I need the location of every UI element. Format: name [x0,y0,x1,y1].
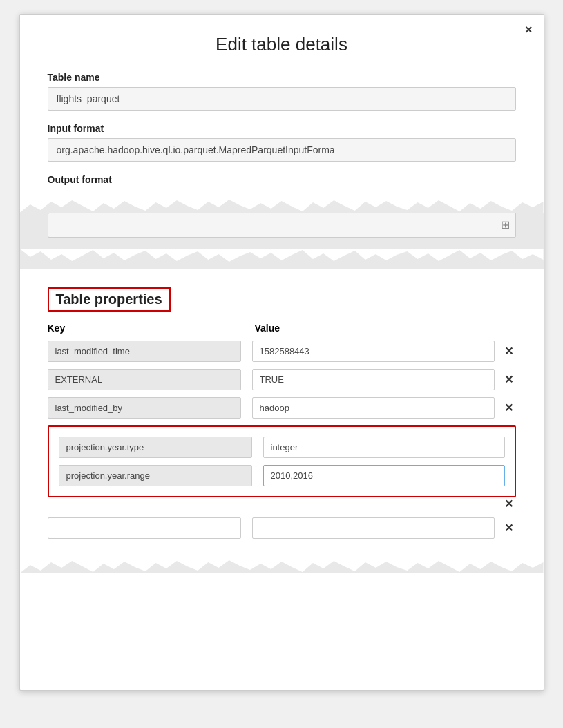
delete-projection-button[interactable]: ✕ [502,497,516,510]
projection-year-range-group [48,425,516,497]
prop-value-input[interactable] [252,341,495,362]
projection-range-value-input[interactable] [263,465,505,486]
table-row [59,437,505,458]
delete-empty-row-button[interactable]: ✕ [502,521,516,535]
output-format-box: ⊞ [48,213,516,238]
table-row: ✕ [48,397,516,419]
table-name-input[interactable] [48,87,516,111]
delete-row-button[interactable]: ✕ [502,345,516,358]
table-properties-header: Table properties [48,287,171,312]
close-button[interactable]: × [525,23,533,37]
modal-title: Edit table details [20,15,544,72]
projection-type-key-input[interactable] [59,437,252,458]
input-format-input[interactable] [48,138,516,162]
table-properties-section: Table properties Key Value ✕ ✕ ✕ [20,276,544,539]
prop-key-input[interactable] [48,397,241,419]
table-row: ✕ [48,341,516,362]
table-name-label: Table name [48,72,516,83]
middle-section: ⊞ [20,213,544,249]
prop-value-input[interactable] [252,369,495,390]
prop-value-input[interactable] [252,397,495,419]
resize-icon: ⊞ [501,218,510,231]
empty-table-row: ✕ [48,517,516,539]
bottom-torn-edge [20,553,544,573]
projection-range-key-input[interactable] [59,465,252,486]
table-row [59,465,505,486]
table-row: ✕ [48,369,516,390]
output-format-label: Output format [48,174,516,185]
delete-row-button[interactable]: ✕ [502,401,516,414]
empty-value-input[interactable] [252,517,495,539]
key-column-header: Key [48,323,255,334]
input-format-label: Input format [48,123,516,134]
projection-type-value-input[interactable] [263,437,505,458]
empty-key-input[interactable] [48,517,241,539]
torn-edge-top [20,192,544,213]
prop-key-input[interactable] [48,369,241,390]
modal-dialog: × Edit table details Table name Input fo… [19,14,544,691]
form-section: Table name Input format Output format [20,72,544,185]
column-headers: Key Value [48,323,516,334]
delete-row-button[interactable]: ✕ [502,373,516,386]
torn-edge-bottom [20,249,544,269]
prop-key-input[interactable] [48,341,241,362]
value-column-header: Value [255,323,516,334]
